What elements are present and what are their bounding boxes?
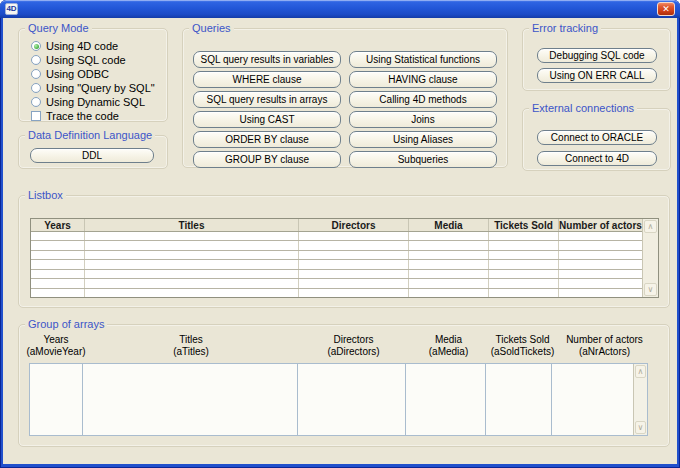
label-titles: Titles (aTitles) [83, 334, 299, 358]
title-bar[interactable]: 4D ✕ [0, 0, 680, 18]
table-row[interactable] [31, 251, 642, 260]
table-cell [489, 251, 559, 259]
using-on-err-call-button[interactable]: Using ON ERR CALL [537, 68, 657, 83]
table-cell [85, 251, 299, 259]
table-cell [299, 251, 409, 259]
queries-title: Queries [189, 22, 234, 35]
table-cell [31, 251, 85, 259]
radio-using-4d-code[interactable]: Using 4D code [31, 39, 167, 53]
table-cell [409, 260, 489, 268]
radio-using-sql-code[interactable]: Using SQL code [31, 53, 167, 67]
calling-4d-methods-button[interactable]: Calling 4D methods [349, 91, 497, 108]
radio-icon[interactable] [31, 41, 41, 51]
radio-using-odbc[interactable]: Using ODBC [31, 67, 167, 81]
using-aliases-button[interactable]: Using Aliases [349, 131, 497, 148]
debugging-sql-code-button[interactable]: Debugging SQL code [537, 48, 657, 63]
group-of-arrays: Group of arrays Years (aMovieYear) Title… [18, 324, 670, 447]
table-cell [489, 260, 559, 268]
table-row[interactable] [31, 279, 642, 288]
having-clause-button[interactable]: HAVING clause [349, 71, 497, 88]
external-connections-title: External connections [529, 102, 637, 115]
table-cell [31, 232, 85, 240]
array-number-of-actors-list[interactable]: ∧ ∨ [551, 363, 648, 436]
table-cell [31, 260, 85, 268]
table-row[interactable] [31, 289, 642, 297]
table-cell [489, 241, 559, 249]
connect-to-oracle-button[interactable]: Connect to ORACLE [537, 130, 657, 145]
radio-icon[interactable] [31, 55, 41, 65]
ddl-title: Data Definition Language [25, 129, 155, 142]
using-cast-button[interactable]: Using CAST [193, 111, 341, 128]
radio-using-dynamic-sql[interactable]: Using Dynamic SQL [31, 95, 167, 109]
query-mode-title: Query Mode [25, 22, 92, 35]
table-cell [559, 279, 642, 287]
checkbox-icon[interactable] [31, 111, 41, 121]
table-cell [85, 279, 299, 287]
table-cell [85, 270, 299, 278]
array-tickets-sold-list[interactable] [485, 363, 552, 436]
table-cell [85, 241, 299, 249]
array-directors-list[interactable] [297, 363, 406, 436]
label-media: Media (aMedia) [408, 334, 489, 358]
table-cell [85, 232, 299, 240]
listbox-vertical-scrollbar[interactable]: ∧ ∨ [642, 219, 658, 297]
table-row[interactable] [31, 260, 642, 269]
scroll-up-icon[interactable]: ∧ [635, 365, 646, 378]
sql-query-results-in-arrays-button[interactable]: SQL query results in arrays [193, 91, 341, 108]
external-connections-group: External connections Connect to ORACLE C… [522, 108, 671, 171]
table-row[interactable] [31, 232, 642, 241]
array-years-list[interactable] [29, 363, 83, 436]
using-statistical-functions-button[interactable]: Using Statistical functions [349, 51, 497, 68]
array-vertical-scrollbar[interactable]: ∧ ∨ [633, 364, 647, 435]
close-button[interactable]: ✕ [657, 2, 675, 16]
column-header-directors[interactable]: Directors [299, 219, 409, 231]
scroll-up-icon[interactable]: ∧ [644, 220, 657, 233]
radio-icon[interactable] [31, 97, 41, 107]
order-by-clause-button[interactable]: ORDER BY clause [193, 131, 341, 148]
table-cell [559, 251, 642, 259]
query-mode-group: Query Mode Using 4D code Using SQL code … [18, 28, 168, 122]
radio-icon[interactable] [31, 83, 41, 93]
table-cell [299, 241, 409, 249]
table-cell [489, 279, 559, 287]
column-header-number-of-actors[interactable]: Number of actors [559, 219, 642, 231]
column-header-years[interactable]: Years [31, 219, 85, 231]
column-header-titles[interactable]: Titles [85, 219, 299, 231]
listbox-table[interactable]: Years Titles Directors Media Tickets Sol… [30, 218, 659, 298]
column-header-media[interactable]: Media [409, 219, 489, 231]
array-media-list[interactable] [405, 363, 486, 436]
table-row[interactable] [31, 241, 642, 250]
sql-query-results-in-variables-button[interactable]: SQL query results in variables [193, 51, 341, 68]
scroll-down-icon[interactable]: ∨ [644, 283, 657, 296]
table-cell [31, 289, 85, 297]
table-cell [299, 289, 409, 297]
table-cell [85, 260, 299, 268]
app-window: 4D ✕ Query Mode Using 4D code Using SQL … [0, 0, 680, 468]
table-cell [489, 270, 559, 278]
table-cell [299, 270, 409, 278]
radio-icon[interactable] [31, 69, 41, 79]
subqueries-button[interactable]: Subqueries [349, 151, 497, 168]
table-row[interactable] [31, 270, 642, 279]
radio-using-query-by-sql[interactable]: Using "Query by SQL" [31, 81, 167, 95]
group-by-clause-button[interactable]: GROUP BY clause [193, 151, 341, 168]
array-titles-list[interactable] [82, 363, 298, 436]
table-cell [31, 270, 85, 278]
table-cell [299, 232, 409, 240]
group-of-arrays-title: Group of arrays [25, 318, 107, 331]
listbox-header[interactable]: Years Titles Directors Media Tickets Sol… [31, 219, 642, 232]
table-cell [409, 241, 489, 249]
app-icon: 4D [5, 3, 18, 15]
column-header-tickets-sold[interactable]: Tickets Sold [489, 219, 559, 231]
checkbox-trace-the-code[interactable]: Trace the code [31, 109, 167, 123]
table-cell [489, 232, 559, 240]
listbox-title: Listbox [25, 189, 66, 202]
joins-button[interactable]: Joins [349, 111, 497, 128]
where-clause-button[interactable]: WHERE clause [193, 71, 341, 88]
ddl-button[interactable]: DDL [30, 148, 154, 163]
connect-to-4d-button[interactable]: Connect to 4D [537, 151, 657, 166]
scroll-down-icon[interactable]: ∨ [635, 421, 646, 434]
table-cell [299, 260, 409, 268]
table-cell [409, 270, 489, 278]
table-cell [31, 241, 85, 249]
